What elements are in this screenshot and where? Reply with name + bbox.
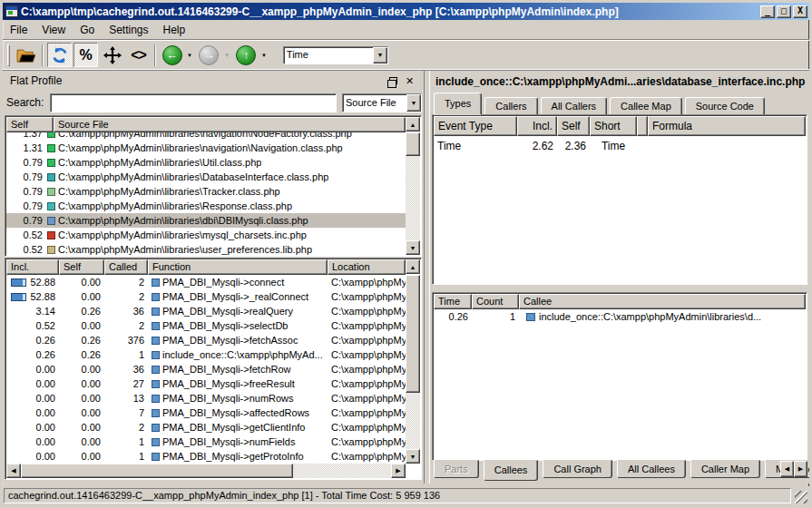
col-incl[interactable]: Incl. [6,259,59,275]
tab-all-callers[interactable]: All Callers [541,97,608,115]
cycle-detection-button[interactable]: <> [126,43,151,67]
file-row[interactable]: 0.79C:\xampp\phpMyAdmin\libraries\Databa… [6,170,406,184]
back-dropdown-caret[interactable]: ▼ [187,53,192,58]
tabs-scroll-right-icon[interactable]: ▶ [794,461,807,477]
function-row[interactable]: 0.000.001PMA_DBI_Mysqli->numFieldsC:\xam… [6,435,406,449]
scrollbar-thumb[interactable] [406,132,420,156]
title-bar[interactable]: C:\xampp\tmp\cachegrind.out.1416463299-C… [3,3,809,20]
scroll-down-icon[interactable]: ▼ [406,449,420,464]
forward-dropdown-caret[interactable]: ▼ [224,53,230,58]
col-event-type[interactable]: Event Type [434,116,517,136]
col-spacer[interactable] [637,116,648,136]
file-row[interactable]: 0.79C:\xampp\phpMyAdmin\libraries\Tracke… [6,184,406,199]
col-short[interactable]: Short [590,116,637,136]
menu-settings[interactable]: Settings [102,22,155,38]
col-time[interactable]: Time [434,294,472,309]
col-function[interactable]: Function [148,259,328,275]
toolbar-grip[interactable] [7,44,10,66]
file-row[interactable]: 0.79C:\xampp\phpMyAdmin\libraries\Respon… [6,199,406,213]
close-panel-icon[interactable]: ✕ [403,74,416,87]
function-icon [526,313,535,321]
col-called[interactable]: Called [104,259,148,275]
col-incl[interactable]: Incl. [517,116,557,136]
col-formula[interactable]: Formula [648,116,806,136]
function-row[interactable]: 3.140.2636PMA_DBI_Mysqli->realQueryC:\xa… [6,304,406,318]
tab-source-code[interactable]: Source Code [685,97,765,115]
function-row[interactable]: 52.880.002PMA_DBI_Mysqli->connectC:\xamp… [6,275,406,289]
search-input[interactable] [50,93,337,112]
function-icon [152,293,160,301]
col-callee[interactable]: Callee [519,294,806,309]
resize-grip[interactable] [795,491,807,503]
function-row[interactable]: 0.520.002PMA_DBI_Mysqli->selectDbC:\xamp… [6,318,406,333]
selected-item-title: include_once::C:\xampp\phpMyAdmi...aries… [435,75,806,88]
callee-row[interactable]: 0.261include_once::C:\xampp\phpMyAdmin\l… [434,309,806,324]
refresh-button[interactable] [47,43,72,67]
tabs-scroll-left-icon[interactable]: ◀ [780,461,794,477]
col-location[interactable]: Location [328,259,406,275]
col-source-file[interactable]: Source File [54,117,406,132]
scroll-left-icon[interactable]: ◀ [6,464,21,478]
function-row[interactable]: 0.000.0013PMA_DBI_Mysqli->numRowsC:\xamp… [6,391,406,405]
function-row[interactable]: 52.880.002PMA_DBI_Mysqli->_realConnectC:… [6,289,406,304]
scrollbar-thumb[interactable] [406,275,420,393]
forward-button[interactable]: → [197,43,221,67]
menu-file[interactable]: File [3,22,34,38]
tab-callee-map[interactable]: Callee Map [610,97,682,115]
file-row[interactable]: 1.37C:\xampp\phpMyAdmin\libraries\naviga… [6,132,406,141]
chevron-down-icon[interactable]: ▼ [373,47,387,64]
menu-view[interactable]: View [34,22,73,38]
function-row[interactable]: 0.000.007PMA_DBI_Mysqli->affectedRowsC:\… [6,405,406,420]
event-types-header: Event Type Incl. Self Short Formula [434,116,806,132]
relative-percent-button[interactable]: % [73,43,98,67]
col-self[interactable]: Self [6,117,54,132]
function-table-hscrollbar[interactable]: ◀ ▶ [6,464,406,478]
menu-go[interactable]: Go [73,22,102,38]
col-self[interactable]: Self [59,259,104,275]
event-type-row[interactable]: Time2.622.36Time [434,139,806,154]
scroll-down-icon[interactable]: ▼ [406,240,420,255]
function-row[interactable]: 0.000.002PMA_DBI_Mysqli->getClientInfoC:… [6,420,406,435]
group-by-combobox[interactable]: Source File ▼ [342,93,422,112]
tab-all-callees[interactable]: All Callees [617,460,686,478]
maximize-button[interactable]: □ [777,5,791,18]
back-button[interactable]: ← [160,43,184,67]
function-icon [152,278,160,287]
minimize-button[interactable]: _ [760,5,775,18]
function-row[interactable]: 0.260.261include_once::C:\xampp\phpMyAd.… [6,347,406,362]
col-count[interactable]: Count [472,294,519,309]
panel-splitter[interactable] [424,71,430,484]
tab-caller-map[interactable]: Caller Map [690,460,760,478]
file-row[interactable]: 0.52C:\xampp\phpMyAdmin\libraries\mysql_… [6,228,406,242]
scroll-up-icon[interactable]: ▲ [406,259,420,274]
tab-callees[interactable]: Callees [484,460,539,481]
function-row[interactable]: 0.000.0036PMA_DBI_Mysqli->fetchRowC:\xam… [6,362,406,376]
tab-types[interactable]: Types [434,93,482,115]
function-row[interactable]: 0.260.26376PMA_DBI_Mysqli->fetchAssocC:\… [6,333,406,347]
function-row[interactable]: 0.000.0027PMA_DBI_Mysqli->freeResultC:\x… [6,376,406,391]
scroll-right-icon[interactable]: ▶ [391,464,406,478]
function-table-vscrollbar[interactable] [406,275,420,449]
file-row[interactable]: 1.31C:\xampp\phpMyAdmin\libraries\naviga… [6,141,406,155]
tab-callers[interactable]: Callers [484,97,537,115]
close-button[interactable]: X [793,5,807,18]
up-button[interactable]: ↑ [234,43,259,67]
function-row[interactable]: 0.000.001PMA_DBI_Mysqli->getProtoInfoC:\… [6,449,406,464]
menu-help[interactable]: Help [156,22,193,38]
open-file-button[interactable] [14,43,38,67]
tab-call-graph[interactable]: Call Graph [543,460,612,478]
function-icon [152,395,160,403]
up-dropdown-caret[interactable]: ▼ [261,53,267,58]
file-list-vscrollbar[interactable] [406,132,420,240]
col-self[interactable]: Self [557,116,590,136]
chevron-down-icon[interactable]: ▼ [406,94,421,112]
file-row[interactable]: 0.79C:\xampp\phpMyAdmin\libraries\dbi\DB… [6,213,406,228]
float-panel-icon[interactable] [386,74,400,87]
expand-areas-button[interactable] [100,43,124,67]
file-row[interactable]: 0.52C:\xampp\phpMyAdmin\libraries\user_p… [6,242,406,255]
scroll-up-icon[interactable]: ▲ [406,117,420,132]
event-type-combobox[interactable]: Time ▼ [283,46,388,64]
scrollbar-thumb[interactable] [21,464,293,478]
file-row[interactable]: 0.79C:\xampp\phpMyAdmin\libraries\Util.c… [6,155,406,170]
status-text: cachegrind.out.1416463299-C__xampp_phpMy… [4,488,791,503]
